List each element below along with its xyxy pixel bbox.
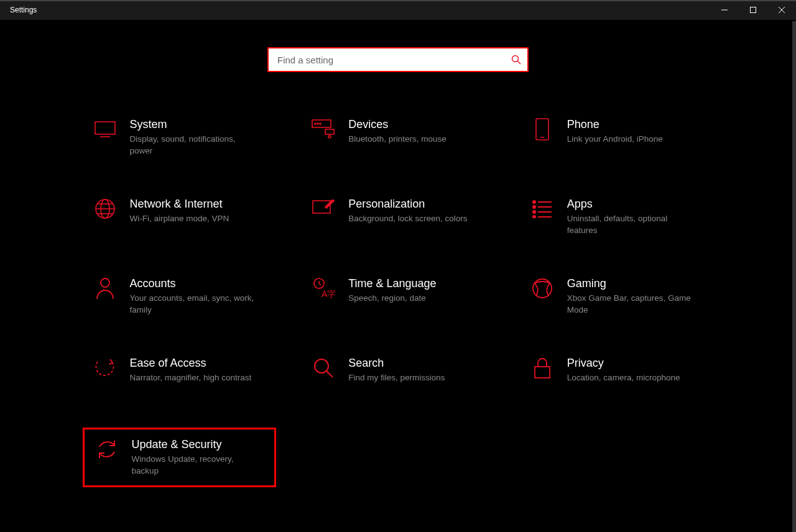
tile-title: Accounts [130,277,269,290]
tile-phone[interactable]: Phone Link your Android, iPhone [520,109,714,169]
svg-rect-12 [325,129,334,134]
tile-desc: Your accounts, email, sync, work, family [130,293,254,316]
tile-title: Apps [567,198,706,211]
tile-desc: Find my files, permissions [348,372,473,384]
time-language-icon: A字 [308,273,338,303]
accounts-icon [90,273,120,303]
svg-line-5 [518,62,521,65]
minimize-icon [721,7,728,13]
search-icon [505,55,527,65]
search-category-icon [308,353,338,383]
tile-title: System [130,118,269,131]
svg-point-24 [533,206,535,208]
close-button[interactable] [767,0,796,20]
tile-accounts[interactable]: Accounts Your accounts, email, sync, wor… [83,268,277,328]
tile-desc: Link your Android, iPhone [567,134,692,145]
maximize-icon [750,7,756,13]
gaming-icon [527,273,557,303]
tile-title: Devices [348,118,488,131]
svg-rect-1 [751,7,756,13]
tile-title: Update & Security [132,438,267,451]
update-icon [92,434,122,464]
content-area: System Display, sound, notifications, po… [0,20,796,532]
tile-desc: Windows Update, recovery, backup [132,454,256,477]
svg-point-36 [315,359,328,373]
tile-search[interactable]: Search Find my files, permissions [301,348,495,408]
settings-grid: System Display, sound, notifications, po… [83,109,714,487]
svg-line-37 [326,371,333,377]
tile-network[interactable]: Network & Internet Wi-Fi, airplane mode,… [83,189,277,249]
apps-icon [527,194,557,224]
svg-point-30 [101,278,109,287]
svg-rect-14 [536,119,548,140]
svg-point-10 [317,123,318,124]
tile-desc: Xbox Game Bar, captures, Game Mode [567,293,692,316]
svg-point-28 [533,216,535,218]
personalization-icon [308,194,338,224]
devices-icon [308,114,338,144]
scrollbar[interactable] [792,21,796,532]
globe-icon [90,194,120,224]
tile-desc: Display, sound, notifications, power [130,134,254,157]
svg-rect-38 [535,367,550,378]
tile-desc: Narrator, magnifier, high contrast [130,372,254,384]
lock-icon [527,353,557,383]
phone-icon [527,114,557,144]
tile-title: Ease of Access [130,357,269,370]
tile-title: Personalization [348,198,488,211]
tile-ease-of-access[interactable]: Ease of Access Narrator, magnifier, high… [83,348,277,408]
svg-line-33 [319,283,321,285]
titlebar-topstrip [0,0,796,1]
svg-point-13 [328,135,331,138]
close-icon [779,7,785,13]
svg-point-22 [533,201,535,203]
svg-point-11 [320,123,321,124]
tile-update-security[interactable]: Update & Security Windows Update, recove… [83,428,277,487]
tile-personalization[interactable]: Personalization Background, lock screen,… [301,189,495,249]
tile-system[interactable]: System Display, sound, notifications, po… [83,109,277,169]
tile-title: Search [348,357,488,370]
tile-desc: Bluetooth, printers, mouse [348,134,473,145]
tile-desc: Speech, region, date [348,293,473,305]
search-box[interactable] [267,47,529,72]
tile-title: Network & Internet [130,198,269,211]
tile-title: Gaming [567,277,706,290]
tile-title: Phone [567,118,706,131]
svg-point-4 [512,56,519,62]
minimize-button[interactable] [710,0,739,20]
svg-text:A字: A字 [322,289,335,299]
tile-title: Privacy [567,357,706,370]
ease-of-access-icon [90,353,120,383]
tile-desc: Background, lock screen, colors [348,213,473,225]
titlebar: Settings [0,0,796,20]
tile-desc: Wi-Fi, airplane mode, VPN [130,213,254,225]
svg-point-26 [533,211,535,213]
tile-privacy[interactable]: Privacy Location, camera, microphone [520,348,714,408]
tile-devices[interactable]: Devices Bluetooth, printers, mouse [301,109,495,169]
window-title: Settings [0,6,37,14]
tile-desc: Uninstall, defaults, optional features [567,213,692,237]
maximize-button[interactable] [739,0,767,20]
search-input[interactable] [269,48,505,71]
system-icon [90,114,120,144]
svg-rect-6 [95,122,115,134]
tile-desc: Location, camera, microphone [567,372,692,384]
svg-point-9 [315,123,316,124]
tile-apps[interactable]: Apps Uninstall, defaults, optional featu… [520,189,714,249]
tile-gaming[interactable]: Gaming Xbox Game Bar, captures, Game Mod… [520,268,714,328]
tile-time-language[interactable]: A字 Time & Language Speech, region, date [301,268,495,328]
tile-title: Time & Language [348,277,488,290]
